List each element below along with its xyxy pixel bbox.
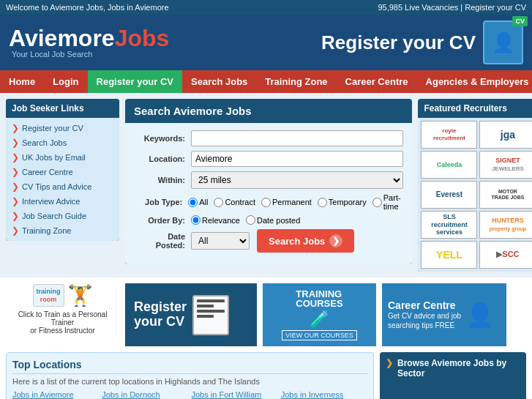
nav-login[interactable]: Login [44, 70, 87, 93]
courses-title: TRAININGCOURSES [296, 289, 342, 308]
nav-search-jobs[interactable]: Search Jobs [182, 70, 256, 93]
arrow-icon: ❯ [12, 211, 19, 221]
cv-icon: CV 👤 [483, 20, 523, 64]
location-fort-william[interactable]: Jobs in Fort William [192, 390, 278, 399]
arrow-icon: ❯ [12, 196, 19, 206]
logo-tagline: Your Local Job Search [12, 50, 169, 59]
nav-register-cv[interactable]: Register your CV [88, 70, 182, 93]
recruiter-sls[interactable]: SLSrecruitmentservices [421, 211, 477, 239]
nav-agencies[interactable]: Agencies & Employers [417, 70, 532, 93]
within-label: Within: [134, 176, 185, 184]
arrow-icon: ❯ [12, 152, 19, 163]
orderby-relevance[interactable]: Relevance [191, 215, 240, 225]
topbar-right: 95,985 Live Vacancies | Register your CV [378, 3, 526, 12]
arrow-icon: ❯ [12, 167, 19, 177]
sidebar-right: Featured Recruiters roylerecruitment jga… [418, 99, 532, 272]
jobtype-permanent[interactable]: Permanent [261, 198, 312, 207]
recruiter-caleeda[interactable]: Caleeda [421, 151, 477, 179]
jobtype-radios: All Contract Permanent Temporary Part-ti… [188, 193, 403, 211]
jobtype-all[interactable]: All [188, 198, 208, 207]
training-person-image: 🏋️ [67, 283, 93, 307]
locations-grid: Jobs in Aviemore Jobs in Dornoch Jobs in… [12, 390, 367, 399]
locations-desc: Here is a list of the current top locati… [12, 377, 367, 386]
location-input[interactable] [191, 151, 403, 167]
featured-grid: roylerecruitment jga Caleeda SIGNETJEWEL… [418, 118, 532, 272]
courses-icon: 🧪 [310, 310, 329, 329]
sidebar-link-search[interactable]: ❯Search Jobs [6, 135, 119, 150]
sidebar-link-guide[interactable]: ❯Job Search Guide [6, 209, 119, 223]
jobtype-label: Job Type: [134, 198, 182, 206]
sidebar-title: Job Seeker Links [6, 99, 119, 118]
career-title: Career Centre [388, 299, 461, 311]
location-inverness[interactable]: Jobs in Inverness [281, 390, 367, 399]
recruiter-motor[interactable]: MOTORTRADE JOBS [479, 181, 532, 209]
logo[interactable]: AviemoreJobs Your Local Job Search [9, 26, 169, 59]
register-cv-text: Register your CV [321, 31, 476, 54]
within-select[interactable]: 25 miles 5 miles 10 miles 50 miles [191, 171, 403, 189]
search-box: Search Aviemore Jobs Keywords: Location:… [125, 99, 412, 264]
cv-badge: CV [512, 16, 528, 26]
location-row: Location: [134, 151, 403, 167]
sidebar-link-career[interactable]: ❯Career Centre [6, 165, 119, 179]
browse-arrow-icon: ❯ [386, 358, 393, 368]
arrow-icon: ❯ [12, 123, 19, 133]
orderby-radios: Relevance Date posted [191, 215, 300, 225]
sidebar-left: Job Seeker Links ❯Register your CV ❯Sear… [6, 99, 119, 272]
jobtype-temporary[interactable]: Temporary [318, 198, 367, 207]
location-aviemore[interactable]: Jobs in Aviemore [12, 390, 99, 399]
location-dornoch[interactable]: Jobs in Dornoch [102, 390, 188, 399]
browse-sector[interactable]: ❯ Browse Aviemore Jobs by Sector [380, 352, 526, 399]
nav-home[interactable]: Home [0, 70, 44, 93]
recruiter-signet[interactable]: SIGNETJEWELERS [479, 151, 532, 179]
promo-courses[interactable]: TRAININGCOURSES 🧪 VIEW OUR COURSES [263, 283, 376, 346]
recruiter-yell[interactable]: YELL [421, 241, 477, 269]
featured-box: Featured Recruiters roylerecruitment jga… [418, 99, 532, 272]
career-sub: Get CV advice and jobsearching tips FREE [388, 311, 461, 330]
search-title: Search Aviemore Jobs [125, 99, 412, 123]
search-arrow-icon: ❯ [329, 234, 342, 247]
jobtype-parttime[interactable]: Part-time [372, 193, 404, 211]
nav-career-centre[interactable]: Career Centre [337, 70, 417, 93]
cv-illustration [192, 295, 229, 335]
orderby-row: Order By: Relevance Date posted [134, 215, 403, 225]
orderby-date[interactable]: Date posted [246, 215, 300, 225]
promo-strip: trainingroom 🏋️ Click to Train as a Pers… [0, 277, 532, 352]
nav-training-zone[interactable]: Training Zone [256, 70, 336, 93]
search-form: Keywords: Location: Within: 25 miles 5 m… [125, 123, 412, 264]
recruiter-jga[interactable]: jga [479, 121, 532, 149]
sidebar-box: Job Seeker Links ❯Register your CV ❯Sear… [6, 99, 119, 241]
locations-title: Top Locations [12, 359, 367, 374]
training-logo: trainingroom [37, 288, 61, 304]
date-label: DatePosted: [134, 232, 185, 250]
sidebar-link-cv-tips[interactable]: ❯CV Tips and Advice [6, 179, 119, 194]
promo-career[interactable]: Career Centre Get CV advice and jobsearc… [382, 283, 506, 346]
recruiter-royle[interactable]: roylerecruitment [421, 121, 477, 149]
recruiter-everest[interactable]: Everest [421, 181, 477, 209]
sidebar-link-training[interactable]: ❯Training Zone [6, 223, 119, 238]
register-cv-banner[interactable]: Register your CV CV 👤 [321, 20, 523, 64]
jobtype-row: Job Type: All Contract Permanent Tempora… [134, 193, 403, 211]
jobtype-contract[interactable]: Contract [214, 198, 255, 207]
within-row: Within: 25 miles 5 miles 10 miles 50 mil… [134, 171, 403, 189]
keywords-label: Keywords: [134, 134, 185, 143]
recruiter-hunters[interactable]: HUNTERSproperty group [479, 211, 532, 239]
sidebar-link-register[interactable]: ❯Register your CV [6, 121, 119, 135]
promo-training-area[interactable]: trainingroom 🏋️ Click to Train as a Pers… [6, 283, 119, 346]
nav: Home Login Register your CV Search Jobs … [0, 70, 532, 93]
recruiter-scc[interactable]: ▶SCC [479, 241, 532, 269]
arrow-icon: ❯ [12, 138, 19, 148]
date-select[interactable]: All Today Last 3 days Last week [191, 232, 250, 250]
date-row: DatePosted: All Today Last 3 days Last w… [134, 229, 403, 253]
featured-title: Featured Recruiters [418, 99, 532, 118]
top-locations: Top Locations Here is a list of the curr… [6, 352, 374, 399]
search-button-label: Search Jobs [269, 236, 325, 247]
sidebar-link-uk-jobs[interactable]: ❯UK Jobs by Email [6, 150, 119, 165]
promo-register-cv[interactable]: Register your CV [125, 283, 257, 346]
logo-text: AviemoreJobs [9, 26, 169, 50]
header: AviemoreJobs Your Local Job Search Regis… [0, 15, 532, 70]
location-label: Location: [134, 154, 185, 163]
search-button[interactable]: Search Jobs ❯ [257, 229, 354, 253]
sidebar-link-interview[interactable]: ❯Interview Advice [6, 194, 119, 209]
keywords-input[interactable] [191, 130, 403, 146]
logo-aviemore: Aviemore [9, 25, 115, 51]
